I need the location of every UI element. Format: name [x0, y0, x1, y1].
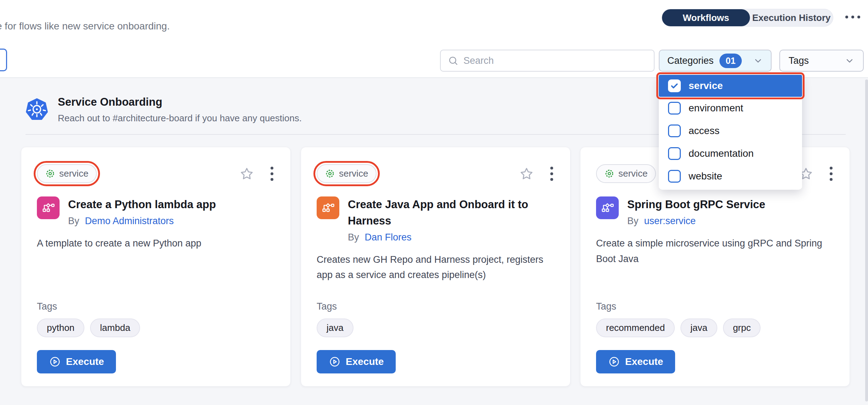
checkbox-checked-icon[interactable] — [668, 79, 681, 92]
checkbox-unchecked-icon[interactable] — [668, 124, 681, 137]
dropdown-option-documentation[interactable]: documentation — [659, 142, 802, 165]
dropdown-option-website[interactable]: website — [659, 165, 802, 188]
gear-icon — [605, 169, 614, 178]
workflow-icon — [37, 196, 60, 219]
tags-label: Tags — [317, 301, 555, 312]
by-label: By — [68, 216, 79, 227]
category-chip-label: service — [618, 168, 647, 179]
workflow-description: Creates new GH Repo and Harness project,… — [317, 252, 545, 283]
workflow-description: A template to create a new Python app — [37, 236, 266, 251]
owner-link[interactable]: user:service — [644, 216, 696, 227]
categories-label: Categories — [667, 55, 714, 66]
search-icon — [448, 55, 458, 66]
vertical-scrollbar[interactable] — [865, 79, 868, 401]
more-options-icon[interactable] — [845, 16, 860, 18]
search-input[interactable] — [463, 55, 647, 66]
execute-button[interactable]: Execute — [596, 350, 675, 373]
categories-count-badge: 01 — [719, 54, 742, 68]
kebab-menu-icon[interactable] — [828, 165, 834, 182]
star-icon[interactable] — [239, 166, 254, 181]
execute-button[interactable]: Execute — [37, 350, 116, 373]
tag-pill: java — [317, 318, 354, 337]
workflow-card: service Create Java App and Onboard it t… — [301, 147, 571, 387]
by-label: By — [627, 216, 639, 227]
workflow-card: service Create a Python lambda app — [21, 147, 291, 387]
tag-pill: lambda — [90, 318, 140, 337]
category-chip-label: service — [339, 168, 368, 179]
checkbox-unchecked-icon[interactable] — [668, 170, 681, 183]
tag-pill: java — [680, 318, 717, 337]
checkbox-unchecked-icon[interactable] — [668, 147, 681, 160]
gear-icon — [45, 169, 55, 178]
tag-pill: recommended — [596, 318, 675, 337]
tags-filter-label: Tags — [789, 55, 809, 66]
checkbox-unchecked-icon[interactable] — [668, 102, 681, 115]
chevron-down-icon — [753, 56, 763, 66]
dropdown-option-service[interactable]: service — [659, 75, 802, 97]
tab-workflows[interactable]: Workflows — [662, 9, 750, 26]
categories-dropdown-panel: service environment access documentation… — [659, 75, 802, 190]
tag-pill: python — [37, 318, 84, 337]
workflow-title: Spring Boot gRPC Service — [627, 196, 765, 213]
workflow-icon — [596, 196, 619, 219]
kebab-menu-icon[interactable] — [269, 165, 275, 182]
tag-pill: grpc — [723, 318, 761, 337]
kubernetes-icon — [26, 98, 48, 122]
kebab-menu-icon[interactable] — [549, 165, 555, 182]
search-input-wrap — [440, 50, 655, 72]
category-chip: service — [37, 164, 97, 183]
categories-filter-dropdown[interactable]: Categories 01 — [659, 50, 772, 72]
chevron-down-icon — [845, 56, 855, 66]
play-circle-icon — [329, 356, 341, 368]
workflow-title: Create Java App and Onboard it to Harnes… — [348, 196, 555, 229]
tags-filter-dropdown[interactable]: Tags — [779, 50, 864, 72]
page-subtitle-partial: e for flows like new service onboarding. — [0, 21, 170, 32]
owner-link[interactable]: Dan Flores — [365, 232, 412, 243]
section-subtitle: Reach out to #architecture-board if you … — [58, 113, 302, 124]
star-icon[interactable] — [519, 166, 534, 181]
section-title: Service Onboarding — [58, 96, 162, 109]
dropdown-option-access[interactable]: access — [659, 120, 802, 142]
partial-left-button[interactable] — [0, 49, 7, 71]
workflow-icon — [317, 196, 339, 219]
dropdown-option-environment[interactable]: environment — [659, 97, 802, 120]
owner-link[interactable]: Demo Administrators — [85, 216, 174, 227]
category-chip: service — [317, 164, 377, 183]
category-chip: service — [596, 164, 656, 183]
play-circle-icon — [608, 356, 620, 368]
play-circle-icon — [49, 356, 61, 368]
category-chip-label: service — [59, 168, 88, 179]
tags-label: Tags — [37, 301, 275, 312]
gear-icon — [325, 169, 335, 178]
workflow-description: Create a simple microservice using gRPC … — [596, 236, 825, 267]
by-label: By — [348, 232, 359, 243]
tab-execution-history[interactable]: Execution History — [750, 9, 833, 26]
workflow-title: Create a Python lambda app — [68, 196, 216, 213]
tags-label: Tags — [596, 301, 834, 312]
execute-button[interactable]: Execute — [317, 350, 396, 373]
view-toggle: Workflows Execution History — [662, 9, 833, 27]
